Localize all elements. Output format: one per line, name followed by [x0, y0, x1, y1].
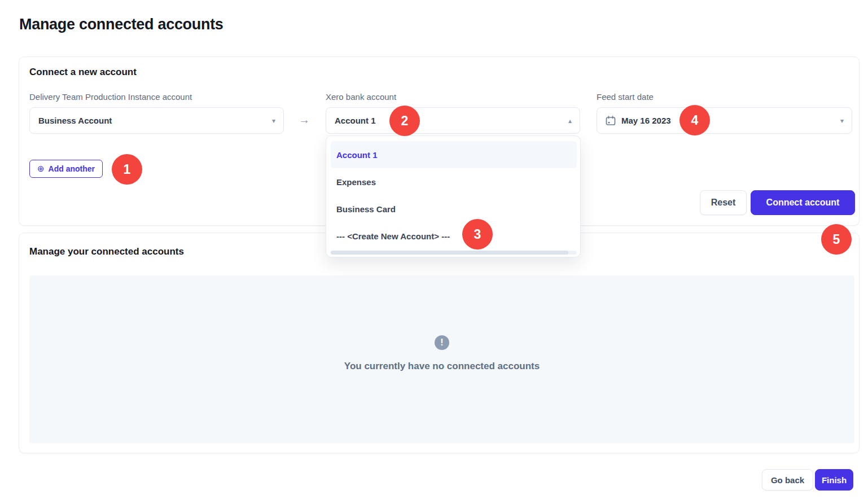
arrow-right-icon: → [299, 113, 310, 126]
xero-account-value: Account 1 [335, 116, 376, 125]
connected-accounts-empty-panel [29, 275, 854, 443]
go-back-button[interactable]: Go back [762, 469, 813, 491]
add-another-button[interactable]: ⊕ Add another [29, 160, 103, 178]
dropdown-option-create-new-account[interactable]: --- <Create New Account> --- [326, 222, 580, 250]
exclamation-icon: ! [435, 335, 449, 350]
xero-bank-account-select[interactable]: Account 1 ▴ [326, 107, 580, 134]
caret-up-icon: ▴ [568, 117, 572, 124]
connect-account-button[interactable]: Connect account [751, 190, 855, 215]
connect-card-title: Connect a new account [29, 67, 137, 78]
feed-start-date-label: Feed start date [597, 92, 654, 102]
source-account-label: Delivery Team Production Instance accoun… [29, 92, 192, 102]
annotation-badge-5: 5 [821, 224, 852, 255]
annotation-badge-4: 4 [680, 105, 710, 135]
caret-down-icon: ▾ [272, 117, 275, 124]
manage-card-title: Manage your connected accounts [29, 246, 184, 257]
dropdown-horizontal-scrollbar[interactable] [331, 251, 577, 255]
feed-start-date-field[interactable]: May 16 2023 ▾ [597, 107, 852, 134]
annotation-badge-1: 1 [112, 154, 142, 185]
finish-button[interactable]: Finish [815, 469, 853, 491]
calendar-icon [606, 116, 616, 126]
xero-account-dropdown: Account 1 Expenses Business Card --- <Cr… [326, 135, 581, 257]
annotation-badge-3: 3 [462, 219, 493, 250]
dropdown-option-account-1[interactable]: Account 1 [331, 141, 577, 168]
dropdown-option-expenses[interactable]: Expenses [326, 168, 580, 195]
source-account-value: Business Account [38, 116, 112, 125]
page-title: Manage connected accounts [19, 16, 223, 33]
scrollbar-thumb[interactable] [331, 251, 568, 255]
plus-circle-icon: ⊕ [37, 164, 45, 174]
caret-down-icon: ▾ [840, 117, 844, 124]
empty-state-message: You currently have no connected accounts [29, 361, 854, 372]
feed-start-date-value: May 16 2023 [621, 116, 671, 125]
add-another-label: Add another [49, 164, 95, 173]
annotation-badge-2: 2 [389, 106, 420, 136]
dropdown-option-business-card[interactable]: Business Card [326, 195, 580, 222]
xero-account-label: Xero bank account [326, 92, 396, 102]
source-account-select[interactable]: Business Account ▾ [29, 107, 284, 134]
reset-button[interactable]: Reset [700, 190, 747, 215]
